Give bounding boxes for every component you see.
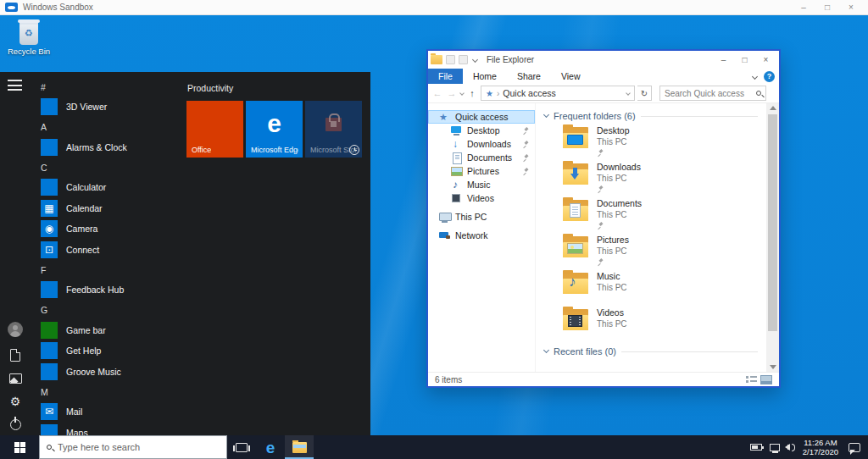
ribbon-tabs: FileHomeShareView xyxy=(428,69,591,84)
forward-icon[interactable]: → xyxy=(446,88,458,98)
explorer-search-input[interactable] xyxy=(665,89,756,98)
start-app-item[interactable]: Get Help xyxy=(31,340,186,362)
action-center-icon[interactable] xyxy=(849,443,860,452)
address-dropdown-icon[interactable] xyxy=(626,91,631,96)
tile-glyph: e xyxy=(246,109,303,138)
menu-icon[interactable] xyxy=(8,80,22,91)
start-app-item[interactable]: Maps xyxy=(31,423,186,436)
clock[interactable]: 11:26 AM 2/17/2020 xyxy=(803,438,838,456)
pin-icon xyxy=(598,258,604,265)
quick-toolbar-properties-icon[interactable] xyxy=(446,55,455,64)
desktop[interactable]: ♻ Recycle Bin File Explorer – □ × FileHo… xyxy=(0,15,868,435)
pictures-rail-icon[interactable] xyxy=(9,373,22,384)
section-letter[interactable]: F xyxy=(31,260,186,279)
details-view-icon[interactable] xyxy=(746,375,757,384)
address-box[interactable]: ★ › Quick access xyxy=(481,86,635,101)
sandbox-close-button[interactable]: × xyxy=(839,0,863,15)
start-app-item[interactable]: Groove Music xyxy=(31,362,186,383)
start-app-item[interactable]: Feedback Hub xyxy=(31,279,186,301)
task-view-button[interactable] xyxy=(227,435,256,459)
scroll-down-icon[interactable] xyxy=(770,365,776,369)
recycle-bin[interactable]: ♻ Recycle Bin xyxy=(7,22,51,56)
refresh-icon[interactable]: ↻ xyxy=(637,86,652,101)
start-app-item[interactable]: Calculator xyxy=(31,177,186,198)
quick-toolbar-newfolder-icon[interactable] xyxy=(459,55,468,64)
quick-toolbar-customize-icon[interactable] xyxy=(472,57,478,63)
power-icon[interactable] xyxy=(10,419,21,430)
folder-item[interactable]: Videos This PC xyxy=(544,307,763,343)
network-tray-icon[interactable] xyxy=(770,444,780,451)
sidebar-item[interactable]: Downloads xyxy=(428,137,535,151)
taskbar-search-box[interactable] xyxy=(39,435,227,459)
section-letter[interactable]: # xyxy=(31,77,186,97)
file-explorer-taskbar-button[interactable] xyxy=(285,435,314,459)
frequent-folders-header[interactable]: Frequent folders (6) xyxy=(544,108,763,124)
office-tile[interactable]: Office xyxy=(186,101,243,158)
sidebar-item[interactable]: Pictures xyxy=(428,164,535,178)
taskbar-search-input[interactable] xyxy=(58,442,220,452)
section-letter[interactable]: G xyxy=(31,301,186,320)
start-app-item[interactable]: ◉ Camera xyxy=(31,218,186,240)
folder-name: Desktop xyxy=(597,125,630,136)
scroll-up-icon[interactable] xyxy=(770,106,776,110)
sandbox-minimize-button[interactable]: – xyxy=(792,0,815,15)
ribbon-tab[interactable]: File xyxy=(428,69,463,84)
start-app-item[interactable]: Alarms & Clock xyxy=(31,137,186,158)
folder-item[interactable]: Music This PC xyxy=(544,270,763,307)
back-icon[interactable]: ← xyxy=(431,88,443,98)
sidebar-item[interactable]: Desktop xyxy=(428,124,535,137)
explorer-close-button[interactable]: × xyxy=(755,51,776,69)
battery-icon[interactable] xyxy=(750,444,762,451)
connect-icon: ⊡ xyxy=(41,241,58,258)
folder-item[interactable]: Documents This PC xyxy=(544,197,763,234)
folder-item[interactable]: Downloads This PC xyxy=(544,161,763,197)
ribbon-tab[interactable]: Share xyxy=(507,69,551,84)
recent-files-header[interactable]: Recent files (0) xyxy=(544,343,763,360)
ribbon-tab[interactable]: Home xyxy=(463,69,507,84)
documents-rail-icon[interactable] xyxy=(10,349,20,362)
explorer-search-box[interactable] xyxy=(659,86,766,101)
start-app-item[interactable]: 3D Viewer xyxy=(31,97,186,118)
help-icon[interactable]: ? xyxy=(764,71,775,82)
start-app-item[interactable]: ▦ Calendar xyxy=(31,198,186,219)
explorer-minimize-button[interactable]: – xyxy=(713,51,734,69)
calculator-icon xyxy=(41,179,58,196)
sidebar-label: Videos xyxy=(467,193,494,203)
start-app-item[interactable]: ⊡ Connect xyxy=(31,240,186,261)
section-letter[interactable]: M xyxy=(31,382,186,401)
volume-icon[interactable] xyxy=(787,444,795,451)
large-icons-view-icon[interactable] xyxy=(760,375,772,384)
edge-taskbar-button[interactable]: e xyxy=(256,435,285,459)
folder-item[interactable]: Pictures This PC xyxy=(544,234,763,270)
section-letter[interactable]: C xyxy=(31,158,186,177)
sidebar-item[interactable]: Documents xyxy=(428,151,535,164)
sandbox-maximize-button[interactable]: □ xyxy=(815,0,839,15)
explorer-maximize-button[interactable]: □ xyxy=(734,51,755,69)
start-app-item[interactable]: Game bar xyxy=(31,320,186,341)
section-letter[interactable]: A xyxy=(31,118,186,137)
start-app-item[interactable]: ✉ Mail xyxy=(31,401,186,423)
up-icon[interactable]: ↑ xyxy=(466,88,478,98)
explorer-window-icon xyxy=(431,55,442,64)
user-account-icon[interactable] xyxy=(8,322,23,337)
recent-locations-icon[interactable] xyxy=(459,91,465,96)
explorer-titlebar[interactable]: File Explorer – □ × xyxy=(428,51,779,69)
scrollbar-thumb[interactable] xyxy=(768,114,777,331)
start-button[interactable] xyxy=(0,435,39,459)
ribbon-collapse-icon[interactable] xyxy=(752,73,758,79)
sidebar-item[interactable]: Music xyxy=(428,178,535,191)
sidebar-item-quick-access[interactable]: Quick access xyxy=(428,110,535,124)
chevron-down-icon xyxy=(543,347,549,353)
store-tile[interactable]: Microsoft Store xyxy=(305,101,362,158)
sidebar-item-network[interactable]: Network xyxy=(428,229,535,242)
folder-item[interactable]: Desktop This PC xyxy=(544,124,763,161)
breadcrumb[interactable]: Quick access xyxy=(503,88,555,98)
sidebar-item[interactable]: Videos xyxy=(428,191,535,205)
sidebar-item-this-pc[interactable]: This PC xyxy=(428,210,535,224)
scrollbar[interactable] xyxy=(766,103,779,372)
settings-gear-icon[interactable]: ⚙ xyxy=(10,395,21,407)
app-label: Calculator xyxy=(66,182,106,192)
app-label: Camera xyxy=(66,224,97,234)
ribbon-tab[interactable]: View xyxy=(551,69,591,84)
edge-tile[interactable]: e Microsoft Edge xyxy=(246,101,303,158)
